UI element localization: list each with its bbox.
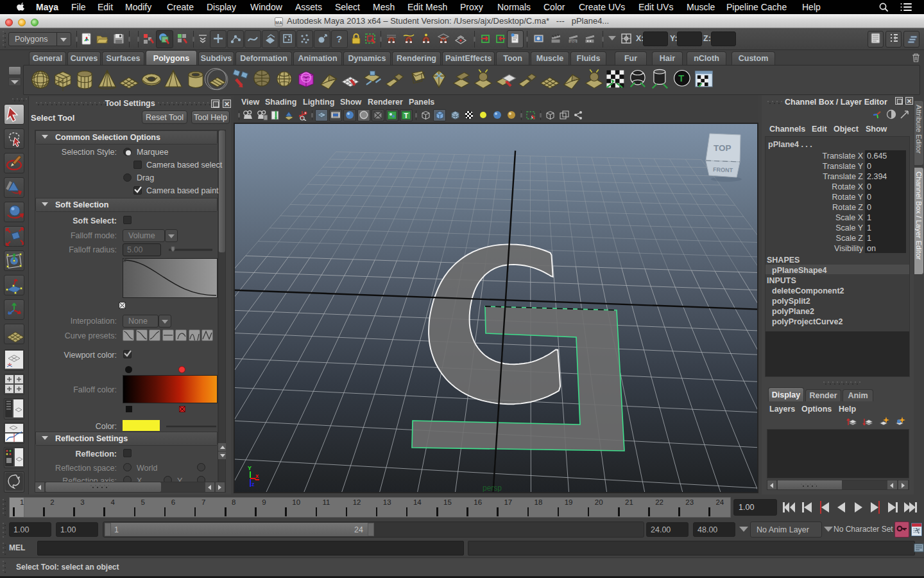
svg-text:TOP: TOP (714, 143, 732, 153)
svg-text:persp: persp (483, 484, 502, 493)
svg-text:?: ? (336, 33, 342, 44)
svg-text:Y: Y (248, 465, 252, 471)
svg-text:T: T (678, 73, 684, 83)
svg-text:z: z (252, 481, 255, 487)
svg-text:FRONT: FRONT (713, 166, 733, 173)
svg-text:T: T (404, 112, 409, 119)
svg-text:IPR: IPR (570, 40, 577, 44)
svg-text:x: x (255, 473, 259, 479)
